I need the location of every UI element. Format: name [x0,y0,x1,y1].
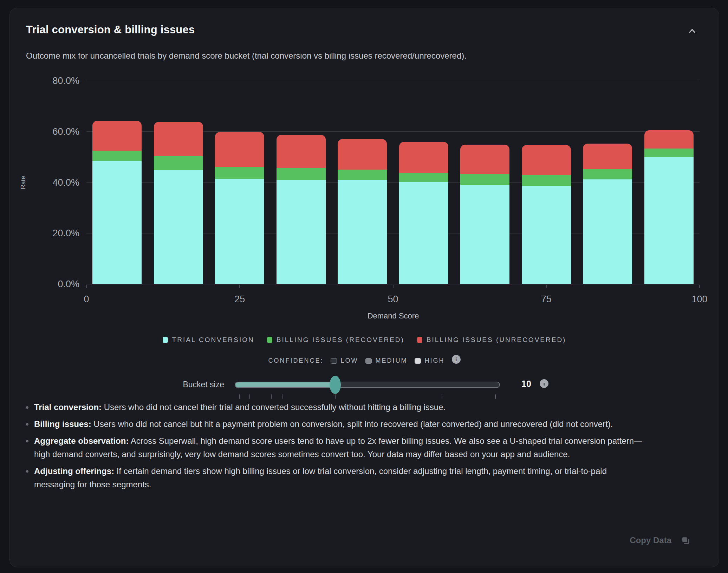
bar-bucket-10–20[interactable] [154,122,203,284]
x-tick-label: 75 [525,294,567,305]
x-tick-label: 25 [219,294,261,305]
segment-billing-issues-recovered- [399,173,448,183]
bar-bucket-60–70[interactable] [460,145,509,284]
bar-bucket-50–60[interactable] [399,142,448,284]
confidence-level-medium: MEDIUM [365,357,408,364]
legend-label: BILLING ISSUES (UNRECOVERED) [427,336,566,344]
segment-trial-conversion [338,180,387,284]
confidence-swatch [415,358,421,364]
segment-billing-issues-unrecovered- [277,135,326,168]
segment-billing-issues-unrecovered- [215,132,264,166]
legend-item: TRIAL CONVERSION [163,336,254,344]
bucket-size-value: 10 [516,379,537,389]
y-tick-label: 60.0% [16,126,79,138]
segment-billing-issues-recovered- [522,175,571,186]
confidence-swatch [331,358,337,364]
bar-bucket-90–100[interactable] [644,130,694,284]
y-tick-label: 80.0% [16,75,79,87]
segment-trial-conversion [277,180,326,284]
segment-billing-issues-recovered- [460,174,509,185]
bar-bucket-80–90[interactable] [583,144,632,284]
bar-bucket-70–80[interactable] [522,145,571,284]
note-label: Aggregate observation: [34,436,129,446]
x-tick-mark [239,285,240,288]
segment-billing-issues-unrecovered- [92,121,142,151]
segment-trial-conversion [215,179,264,284]
note-item: Adjusting offerings: If certain demand t… [25,465,643,491]
confidence-swatch [365,358,372,364]
segment-billing-issues-unrecovered- [460,145,509,174]
legend-swatch [267,337,272,343]
bar-bucket-30–40[interactable] [277,135,326,284]
note-item: Billing issues: Users who did not cancel… [25,417,643,431]
bar-bucket-40–50[interactable] [338,139,387,284]
confidence-level-label: MEDIUM [376,357,408,364]
y-axis-label: Rate [20,176,27,189]
segment-billing-issues-recovered- [644,149,694,157]
segment-billing-issues-unrecovered- [338,139,387,170]
segment-trial-conversion [583,179,632,284]
segment-billing-issues-recovered- [277,168,326,180]
y-tick-label: 20.0% [16,227,79,239]
note-text: Users who did not cancel their trial and… [102,402,446,412]
trial-conversion-card: Trial conversion & billing issues Outcom… [9,8,719,567]
x-tick-mark [546,285,547,288]
confidence-level-high: HIGH [415,357,445,364]
segment-billing-issues-recovered- [154,156,203,170]
segment-trial-conversion [92,161,142,284]
slider-tick [282,394,282,399]
note-text: If certain demand tiers show high billin… [34,466,607,489]
gridline [86,81,700,81]
info-icon[interactable]: i [452,355,461,364]
segment-billing-issues-recovered- [338,170,387,180]
bar-bucket-0–10[interactable] [92,121,142,284]
segment-billing-issues-unrecovered- [644,130,694,149]
x-tick-mark [699,285,700,288]
segment-trial-conversion [522,186,571,284]
legend-item: BILLING ISSUES (UNRECOVERED) [417,336,566,344]
x-tick-label: 100 [678,294,719,305]
x-tick-label: 50 [372,294,414,305]
legend-item: BILLING ISSUES (RECOVERED) [267,336,404,344]
confidence-label: CONFIDENCE: [268,357,323,364]
segment-trial-conversion [460,185,509,284]
bar-bucket-20–30[interactable] [215,132,264,284]
slider-tick [271,394,272,399]
note-item: Trial conversion: Users who did not canc… [25,401,643,414]
notes-list: Trial conversion: Users who did not canc… [25,401,643,495]
segment-billing-issues-unrecovered- [399,142,448,173]
slider-tick [442,394,442,399]
copy-data-label: Copy Data [630,535,671,545]
segment-billing-issues-recovered- [92,151,142,161]
segment-trial-conversion [399,182,448,284]
segment-billing-issues-unrecovered- [154,122,203,156]
copy-icon [681,536,690,545]
confidence-level-low: LOW [331,357,358,364]
confidence-legend: CONFIDENCE:LOWMEDIUMHIGHi [10,356,719,365]
note-label: Trial conversion: [34,402,102,412]
note-label: Billing issues: [34,419,91,429]
legend-label: BILLING ISSUES (RECOVERED) [277,336,404,344]
legend-label: TRIAL CONVERSION [172,336,254,344]
slider-fill [235,382,336,387]
bucket-size-label: Bucket size [156,380,224,389]
y-tick-label: 0.0% [16,278,79,290]
segment-trial-conversion [644,157,694,284]
x-tick-mark [86,285,87,288]
segment-trial-conversion [154,170,203,284]
copy-data-button[interactable]: Copy Data [630,535,690,545]
slider-tick [239,394,240,399]
confidence-level-label: HIGH [425,357,445,364]
note-text: Users who did not cancel but hit a payme… [91,419,613,429]
note-item: Aggregate observation: Across Superwall,… [25,434,643,461]
info-icon[interactable]: i [540,379,548,388]
x-tick-label: 0 [65,294,108,305]
segment-billing-issues-recovered- [583,169,632,179]
legend-swatch [163,337,168,343]
segment-billing-issues-recovered- [215,167,264,179]
x-axis-label: Demand Score [368,311,419,321]
bucket-size-slider[interactable] [235,382,500,388]
segment-billing-issues-unrecovered- [522,145,571,175]
confidence-level-label: LOW [341,357,358,364]
slider-tick [495,394,496,399]
